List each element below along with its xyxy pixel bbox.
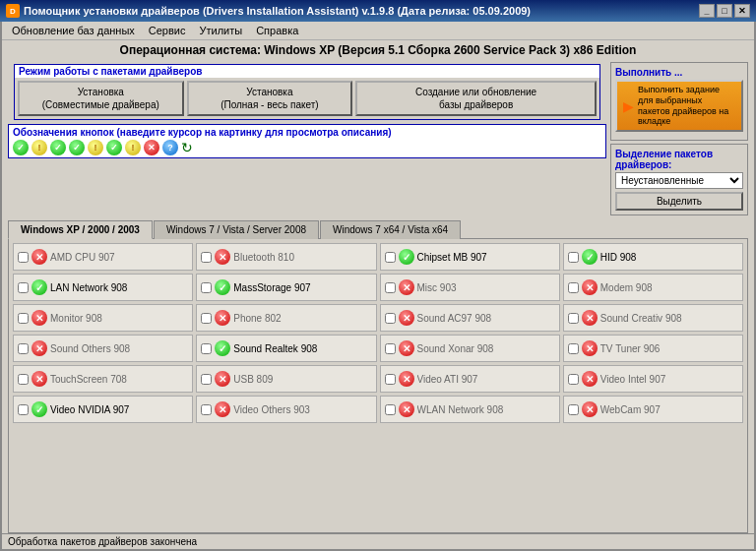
driver-item-wlan-network[interactable]: ✕WLAN Network 908 bbox=[380, 396, 560, 423]
install-compatible-button[interactable]: Установка (Совместимые драйвера) bbox=[18, 81, 184, 116]
driver-checkbox-phone[interactable] bbox=[201, 313, 212, 324]
driver-checkbox-sound-xonar[interactable] bbox=[385, 343, 396, 354]
maximize-button[interactable]: □ bbox=[717, 4, 732, 18]
driver-item-monitor[interactable]: ✕Monitor 908 bbox=[13, 304, 193, 332]
menu-service[interactable]: Сервис bbox=[143, 24, 192, 37]
install-full-button[interactable]: Установка (Полная - весь пакет) bbox=[187, 81, 353, 116]
driver-label-sound-xonar: Sound Xonar 908 bbox=[417, 343, 494, 354]
driver-label-chipset-mb: Chipset MB 907 bbox=[417, 252, 487, 263]
driver-item-sound-ac97[interactable]: ✕Sound AC97 908 bbox=[380, 304, 560, 332]
driver-item-modem[interactable]: ✕Modem 908 bbox=[563, 274, 743, 301]
mode-section: Режим работы с пакетами драйверов Устано… bbox=[14, 64, 600, 120]
driver-checkbox-video-ati[interactable] bbox=[385, 374, 396, 385]
driver-item-bluetooth[interactable]: ✕Bluetooth 810 bbox=[196, 243, 376, 271]
driver-checkbox-misc[interactable] bbox=[385, 282, 396, 293]
driver-item-video-ati[interactable]: ✕Video ATI 907 bbox=[380, 365, 560, 393]
packages-dropdown[interactable]: Все Установленные Неустановленные bbox=[615, 172, 743, 189]
create-update-button[interactable]: Создание или обновление базы драйверов bbox=[355, 81, 597, 116]
driver-checkbox-modem[interactable] bbox=[568, 282, 579, 293]
driver-label-hid: HID 908 bbox=[600, 252, 637, 263]
driver-item-hid[interactable]: ✓HID 908 bbox=[563, 243, 743, 271]
select-button[interactable]: Выделить bbox=[615, 192, 743, 211]
close-button[interactable]: ✕ bbox=[734, 4, 750, 18]
driver-checkbox-video-others[interactable] bbox=[201, 404, 212, 415]
driver-checkbox-video-nvidia[interactable] bbox=[18, 404, 29, 415]
driver-status-icon-bluetooth: ✕ bbox=[215, 249, 230, 265]
driver-status-icon-misc: ✕ bbox=[399, 279, 414, 295]
title-bar: D Помощник установки драйверов (Drivers … bbox=[0, 0, 756, 22]
driver-item-usb[interactable]: ✕USB 809 bbox=[196, 365, 376, 393]
tab-win7x64[interactable]: Windows 7 x64 / Vista x64 bbox=[320, 220, 461, 239]
driver-item-chipset-mb[interactable]: ✓Chipset MB 907 bbox=[380, 243, 560, 271]
driver-item-sound-others[interactable]: ✕Sound Others 908 bbox=[13, 335, 193, 362]
driver-item-lan-network[interactable]: ✓LAN Network 908 bbox=[13, 274, 193, 301]
driver-item-video-nvidia[interactable]: ✓Video NVIDIA 907 bbox=[13, 396, 193, 423]
driver-checkbox-tv-tuner[interactable] bbox=[568, 343, 579, 354]
driver-checkbox-wlan-network[interactable] bbox=[385, 404, 396, 415]
driver-checkbox-sound-others[interactable] bbox=[18, 343, 29, 354]
tab-xp[interactable]: Windows XP / 2000 / 2003 bbox=[8, 220, 153, 239]
driver-checkbox-lan-network[interactable] bbox=[18, 282, 29, 293]
driver-item-phone[interactable]: ✕Phone 802 bbox=[196, 304, 376, 332]
driver-item-sound-realtek[interactable]: ✓Sound Realtek 908 bbox=[196, 335, 376, 362]
driver-item-tv-tuner[interactable]: ✕TV Tuner 906 bbox=[563, 335, 743, 362]
tab-win7[interactable]: Windows 7 / Vista / Server 2008 bbox=[154, 220, 319, 239]
legend-yellow3-icon: ! bbox=[125, 140, 141, 155]
driver-checkbox-bluetooth[interactable] bbox=[201, 252, 212, 263]
menu-utils[interactable]: Утилиты bbox=[193, 24, 248, 37]
driver-item-sound-creative[interactable]: ✕Sound Creativ 908 bbox=[563, 304, 743, 332]
driver-item-webcam[interactable]: ✕WebCam 907 bbox=[563, 396, 743, 423]
mode-buttons: Установка (Совместимые драйвера) Установ… bbox=[15, 78, 599, 119]
driver-label-usb: USB 809 bbox=[233, 374, 273, 385]
legend-refresh-icon: ↻ bbox=[181, 140, 193, 155]
driver-checkbox-monitor[interactable] bbox=[18, 313, 29, 324]
driver-label-mass-storage: MassStorage 907 bbox=[233, 282, 310, 293]
legend-blue-icon: ? bbox=[162, 140, 178, 155]
driver-item-mass-storage[interactable]: ✓MassStorage 907 bbox=[196, 274, 376, 301]
driver-label-touchscreen: TouchScreen 708 bbox=[50, 374, 127, 385]
title-bar-text: D Помощник установки драйверов (Drivers … bbox=[6, 4, 531, 18]
driver-checkbox-webcam[interactable] bbox=[568, 404, 579, 415]
driver-checkbox-touchscreen[interactable] bbox=[18, 374, 29, 385]
driver-status-icon-sound-others: ✕ bbox=[32, 340, 47, 356]
driver-checkbox-hid[interactable] bbox=[568, 252, 579, 263]
legend-green3-icon: ✓ bbox=[69, 140, 85, 155]
right-panel: Выполнить ... ▶ Выполнить задание для вы… bbox=[610, 62, 748, 215]
driver-status-icon-monitor: ✕ bbox=[32, 310, 47, 326]
driver-label-wlan-network: WLAN Network 908 bbox=[417, 404, 504, 415]
driver-label-video-nvidia: Video NVIDIA 907 bbox=[50, 404, 129, 415]
menu-help[interactable]: Справка bbox=[250, 24, 304, 37]
driver-label-sound-creative: Sound Creativ 908 bbox=[600, 313, 682, 324]
driver-status-icon-sound-xonar: ✕ bbox=[399, 340, 414, 356]
minimize-button[interactable]: _ bbox=[699, 4, 715, 18]
driver-checkbox-mass-storage[interactable] bbox=[201, 282, 212, 293]
driver-item-misc[interactable]: ✕Misc 903 bbox=[380, 274, 560, 301]
driver-checkbox-sound-creative[interactable] bbox=[568, 313, 579, 324]
execute-arrow-icon: ▶ bbox=[623, 98, 634, 114]
driver-item-amd-cpu[interactable]: ✕AMD CPU 907 bbox=[13, 243, 193, 271]
driver-checkbox-sound-ac97[interactable] bbox=[385, 313, 396, 324]
driver-status-icon-sound-realtek: ✓ bbox=[215, 340, 230, 356]
menu-update[interactable]: Обновление баз данных bbox=[6, 24, 141, 37]
driver-grid-container: ✕AMD CPU 907✕Bluetooth 810✓Chipset MB 90… bbox=[8, 238, 748, 533]
driver-label-sound-realtek: Sound Realtek 908 bbox=[233, 343, 317, 354]
driver-checkbox-usb[interactable] bbox=[201, 374, 212, 385]
legend-green2-icon: ✓ bbox=[50, 140, 66, 155]
driver-status-icon-video-intel: ✕ bbox=[582, 371, 598, 387]
driver-label-video-others: Video Others 903 bbox=[233, 404, 310, 415]
driver-item-video-others[interactable]: ✕Video Others 903 bbox=[196, 396, 376, 423]
driver-status-icon-sound-ac97: ✕ bbox=[399, 310, 414, 326]
execute-button[interactable]: ▶ Выполнить задание для выбранных пакето… bbox=[615, 80, 743, 132]
driver-item-video-intel[interactable]: ✕Video Intel 907 bbox=[563, 365, 743, 393]
driver-checkbox-sound-realtek[interactable] bbox=[201, 343, 212, 354]
driver-checkbox-chipset-mb[interactable] bbox=[385, 252, 396, 263]
driver-checkbox-amd-cpu[interactable] bbox=[18, 252, 29, 263]
driver-item-touchscreen[interactable]: ✕TouchScreen 708 bbox=[13, 365, 193, 393]
driver-item-sound-xonar[interactable]: ✕Sound Xonar 908 bbox=[380, 335, 560, 362]
execute-title: Выполнить ... bbox=[615, 67, 743, 78]
status-bar: Обработка пакетов драйверов закончена bbox=[2, 533, 754, 549]
menu-bar: Обновление баз данных Сервис Утилиты Спр… bbox=[2, 22, 754, 40]
app-icon: D bbox=[6, 4, 20, 18]
driver-checkbox-video-intel[interactable] bbox=[568, 374, 579, 385]
driver-label-modem: Modem 908 bbox=[600, 282, 653, 293]
